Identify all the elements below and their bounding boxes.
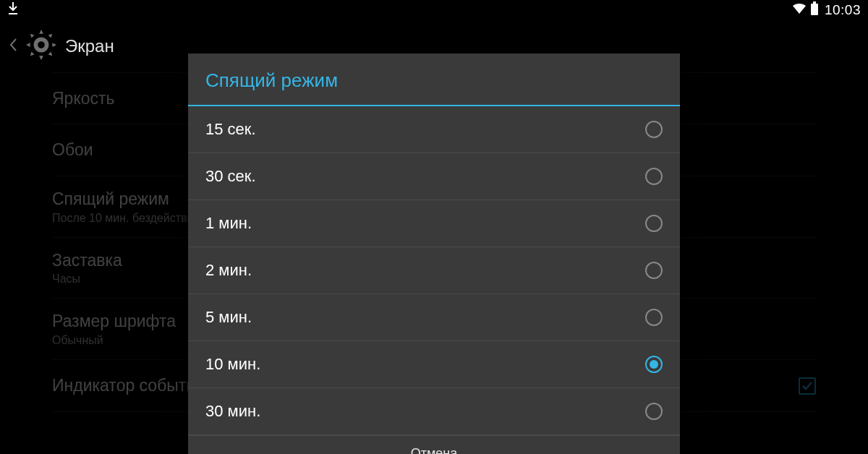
setting-sub: Часы — [52, 273, 122, 286]
cancel-button[interactable]: Отмена — [188, 435, 680, 454]
option-label: 15 сек. — [205, 120, 256, 139]
dialog-title: Спящий режим — [188, 53, 680, 105]
setting-label: Заставка — [52, 251, 122, 271]
radio-icon[interactable] — [645, 403, 663, 420]
svg-point-2 — [35, 39, 46, 50]
back-icon[interactable] — [9, 38, 17, 55]
radio-icon[interactable] — [645, 262, 663, 279]
option-label: 30 сек. — [205, 167, 256, 186]
battery-icon — [810, 1, 819, 20]
checkbox-checked-icon[interactable] — [799, 377, 816, 395]
radio-icon[interactable] — [645, 215, 663, 232]
option-label: 1 мин. — [205, 214, 252, 233]
download-icon — [7, 2, 19, 19]
status-bar: 10:03 — [0, 0, 868, 20]
setting-label: Яркость — [52, 89, 115, 109]
status-right: 10:03 — [791, 1, 861, 20]
option-label: 2 мин. — [205, 261, 252, 280]
setting-label: Размер шрифта — [52, 312, 176, 332]
option-label: 5 мин. — [205, 308, 252, 327]
option-5m[interactable]: 5 мин. — [188, 294, 680, 341]
svg-rect-1 — [813, 1, 816, 4]
status-left — [7, 2, 19, 19]
status-time: 10:03 — [825, 2, 861, 18]
option-2m[interactable]: 2 мин. — [188, 247, 680, 294]
option-label: 10 мин. — [205, 355, 260, 374]
gear-icon — [25, 28, 58, 64]
radio-icon[interactable] — [645, 309, 663, 326]
radio-icon[interactable] — [645, 168, 663, 185]
option-label: 30 мин. — [205, 402, 260, 421]
svg-rect-0 — [811, 4, 818, 15]
sleep-dialog: Спящий режим 15 сек. 30 сек. 1 мин. 2 ми… — [188, 53, 680, 454]
radio-icon[interactable] — [645, 121, 663, 138]
radio-selected-icon[interactable] — [645, 356, 663, 373]
setting-label: Спящий режим — [52, 189, 200, 210]
cancel-label: Отмена — [411, 446, 458, 454]
option-15s[interactable]: 15 сек. — [188, 106, 680, 153]
setting-label: Индикатор событий — [52, 376, 205, 396]
option-1m[interactable]: 1 мин. — [188, 200, 680, 247]
setting-sub: После 10 мин. бездействия — [52, 212, 200, 225]
option-10m[interactable]: 10 мин. — [188, 341, 680, 388]
option-30s[interactable]: 30 сек. — [188, 153, 680, 200]
option-30m[interactable]: 30 мин. — [188, 388, 680, 435]
wifi-icon — [791, 2, 807, 19]
setting-label: Обои — [52, 140, 93, 160]
page-title: Экран — [65, 36, 114, 56]
dialog-options: 15 сек. 30 сек. 1 мин. 2 мин. 5 мин. 10 … — [188, 106, 680, 435]
setting-sub: Обычный — [52, 334, 176, 347]
